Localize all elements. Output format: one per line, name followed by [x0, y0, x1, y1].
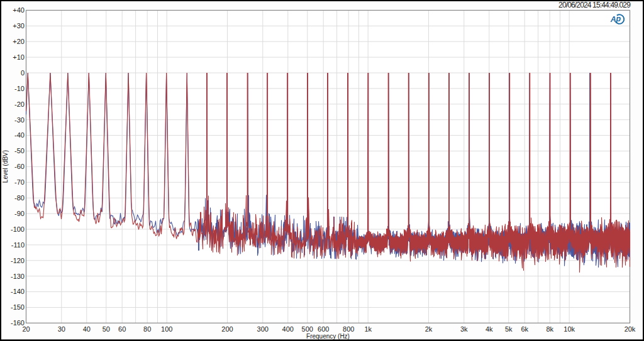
- svg-text:60: 60: [118, 325, 126, 333]
- svg-text:+10: +10: [13, 53, 25, 61]
- svg-text:3k: 3k: [460, 325, 468, 333]
- svg-text:-50: -50: [14, 147, 25, 154]
- svg-text:-80: -80: [14, 194, 25, 202]
- svg-text:-60: -60: [14, 163, 25, 170]
- svg-text:1k: 1k: [364, 325, 372, 333]
- svg-text:p: p: [615, 14, 621, 23]
- svg-text:8k: 8k: [546, 325, 553, 333]
- svg-text:-150: -150: [11, 303, 25, 311]
- svg-text:100: 100: [161, 325, 172, 333]
- svg-text:0: 0: [21, 69, 25, 77]
- svg-text:200: 200: [221, 325, 233, 333]
- svg-text:30: 30: [58, 325, 65, 333]
- svg-text:-20: -20: [14, 100, 25, 108]
- svg-text:5k: 5k: [505, 325, 513, 333]
- svg-text:20/06/2024 15:44:49.029: 20/06/2024 15:44:49.029: [558, 1, 631, 9]
- svg-text:+20: +20: [13, 38, 25, 45]
- svg-text:80: 80: [143, 325, 151, 333]
- svg-text:600: 600: [318, 325, 329, 333]
- svg-text:2k: 2k: [425, 325, 433, 333]
- svg-text:-40: -40: [14, 131, 25, 139]
- svg-text:400: 400: [282, 325, 294, 333]
- svg-text:+40: +40: [13, 6, 25, 14]
- svg-text:10k: 10k: [564, 325, 575, 333]
- svg-text:-100: -100: [11, 225, 25, 233]
- svg-text:-110: -110: [11, 241, 25, 249]
- svg-text:A: A: [610, 15, 616, 24]
- svg-text:-140: -140: [11, 288, 25, 295]
- svg-text:-120: -120: [11, 257, 25, 264]
- svg-text:-30: -30: [14, 116, 25, 124]
- svg-text:-10: -10: [14, 85, 25, 92]
- svg-text:-90: -90: [14, 210, 25, 217]
- svg-text:50: 50: [103, 325, 110, 333]
- svg-text:800: 800: [343, 325, 354, 333]
- svg-text:-130: -130: [11, 273, 25, 280]
- svg-text:Level (dBV): Level (dBV): [2, 150, 9, 183]
- svg-text:Frequency (Hz): Frequency (Hz): [306, 333, 350, 340]
- svg-text:20k: 20k: [625, 325, 636, 333]
- svg-text:300: 300: [257, 325, 269, 333]
- svg-text:20: 20: [22, 325, 30, 333]
- svg-text:6k: 6k: [521, 325, 528, 333]
- svg-text:+30: +30: [13, 22, 25, 30]
- svg-text:-70: -70: [14, 178, 25, 186]
- svg-text:40: 40: [83, 325, 91, 333]
- svg-text:500: 500: [302, 325, 313, 333]
- svg-text:4k: 4k: [486, 325, 493, 333]
